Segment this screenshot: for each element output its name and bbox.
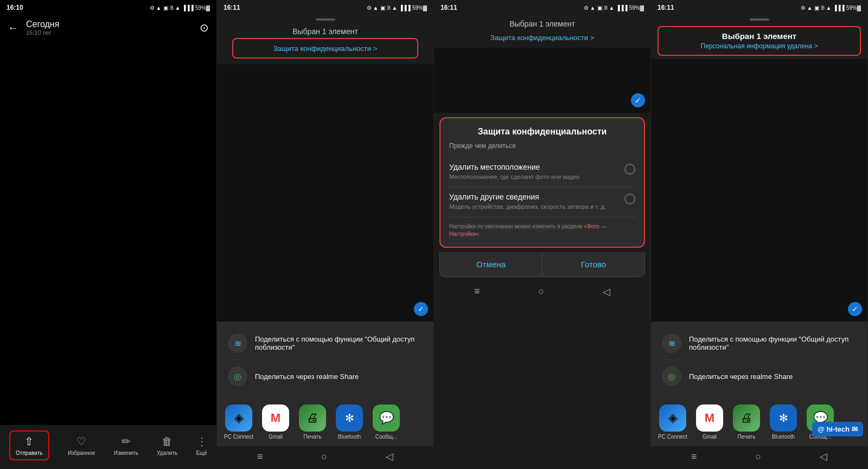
nav-home-2[interactable]: ○ (321, 451, 327, 462)
status-bar-3: 16:11 ⚙ ▲ ▣ 𝔹 ▲ ▐▐▐ 59%▓ (434, 0, 650, 15)
pencil-icon: ✏ (122, 435, 131, 448)
nav-menu-2[interactable]: ≡ (257, 451, 263, 462)
ok-button[interactable]: Готово (542, 252, 644, 277)
status-bar-4: 16:11 ⚙ ▲ ▣ 𝔹 ▲ ▐▐▐ 59%▓ (651, 0, 867, 15)
selected-box-4: Выбран 1 элемент Персональная информация… (658, 26, 861, 56)
nav-bar-3: ≡ ○ ◁ (434, 281, 650, 304)
selected-bold-4: Выбран 1 элемент (666, 31, 852, 41)
privacy-link-box-2[interactable]: Защита конфиденциальности > (232, 38, 418, 59)
battery-icon-2: 59%▓ (412, 5, 427, 11)
alert-icon: ▲ (156, 5, 162, 11)
settings-icon-3: ⚙ (584, 5, 589, 11)
wifi-icon: ▲ (175, 5, 181, 11)
app-bluetooth-2[interactable]: ✻ Bluetooth (333, 404, 366, 440)
selected-count-3: Выбран 1 элемент (443, 20, 642, 28)
favorites-button[interactable]: ♡ Избранное (68, 435, 95, 456)
app-pc-connect-2[interactable]: ◈ PC Connect (222, 404, 255, 440)
check-badge-2: ✓ (414, 302, 428, 316)
sim-icon-3: ▣ (597, 5, 602, 11)
location-radio[interactable] (624, 164, 635, 175)
more-label: Ещё (196, 450, 207, 456)
print-icon-2: 🖨 (299, 404, 326, 432)
app-bluetooth-4[interactable]: ✻ Bluetooth (767, 404, 800, 440)
page-title-1: Сегодня (26, 20, 59, 29)
alert-icon-2: ▲ (373, 5, 379, 11)
signal-icon-2: ▐▐▐ (399, 5, 410, 11)
status-time-3: 16:11 (441, 4, 457, 11)
nav-menu-3[interactable]: ≡ (474, 286, 480, 297)
bluetooth-icon-app-2: ✻ (336, 404, 363, 432)
dialog-button-row: Отмена Готово (439, 252, 645, 277)
gmail-label-4: Gmail (703, 434, 717, 440)
dialog-footer: Настройки по умолчанию можно изменить в … (449, 223, 635, 238)
location-option-title: Удалить местоположение (449, 163, 624, 171)
app-sms-2[interactable]: 💬 Сообщ... (370, 404, 403, 440)
app-gmail-4[interactable]: M Gmail (693, 404, 726, 440)
nav-back-4[interactable]: ◁ (820, 451, 827, 462)
privacy-link-2[interactable]: Защита конфиденциальности > (273, 44, 378, 53)
bt-icon-4: 𝔹 (821, 5, 825, 11)
more-button[interactable]: ⋮ Ещё (196, 435, 207, 456)
cancel-button[interactable]: Отмена (440, 252, 542, 277)
edit-button[interactable]: ✏ Изменить (114, 435, 138, 456)
check-badge-4: ✓ (848, 302, 862, 316)
app-print-4[interactable]: 🖨 Печать (730, 404, 763, 440)
status-bar-2: 16:11 ⚙ ▲ ▣ 𝔹 ▲ ▐▐▐ 59%▓ (217, 0, 433, 15)
status-bar-1: 16:10 ⚙ ▲ ▣ 𝔹 ▲ ▐▐▐ 59%▓ (0, 0, 216, 15)
gallery-thumb-3: ✓ (434, 48, 650, 113)
nav-bar-2: ≡ ○ ◁ (217, 446, 433, 469)
nearby-icon-2: ≋ (228, 333, 247, 353)
nav-home-3[interactable]: ○ (538, 286, 544, 297)
sms-icon-2: 💬 (373, 404, 400, 432)
send-button[interactable]: ⇧ Отправить (9, 431, 49, 460)
nav-menu-4[interactable]: ≡ (691, 451, 697, 462)
realme-icon-4: ◎ (662, 367, 681, 386)
share-options-2: ≋ Поделиться с помощью функции "Общий до… (217, 322, 433, 398)
bottom-bar-1: ⇧ Отправить ♡ Избранное ✏ Изменить 🗑 Уда… (0, 425, 216, 469)
more-icon: ⋮ (196, 435, 207, 448)
phone-panel-1: 16:10 ⚙ ▲ ▣ 𝔹 ▲ ▐▐▐ 59%▓ ← Сегодня 16:10… (0, 0, 217, 469)
realme-label-4: Поделиться через realme Share (689, 372, 793, 381)
settings-icon-4: ⚙ (801, 5, 806, 11)
signal-icon: ▐▐▐ (182, 5, 193, 11)
bluetooth-label-4: Bluetooth (772, 434, 795, 440)
pc-connect-label-4: PC Connect (658, 434, 687, 440)
settings-icon-2: ⚙ (367, 5, 372, 11)
app-print-2[interactable]: 🖨 Печать (296, 404, 329, 440)
other-info-radio[interactable] (624, 194, 635, 204)
signal-icon-4: ▐▐▐ (833, 5, 844, 11)
realme-share-4[interactable]: ◎ Поделиться через realme Share (651, 360, 867, 393)
battery-icon-4: 59%▓ (846, 5, 861, 11)
hitech-text: @ hi-tech (818, 425, 850, 433)
toolbar-1: ← Сегодня 16:10 лег ⊙ (0, 15, 216, 40)
nav-home-4[interactable]: ○ (755, 451, 761, 462)
nearby-share-4[interactable]: ≋ Поделиться с помощью функции "Общий до… (651, 327, 867, 360)
privacy-result-link-4[interactable]: Персональная информация удалена > (701, 42, 818, 50)
realme-share-2[interactable]: ◎ Поделиться через realme Share (217, 360, 433, 393)
other-info-desc: Модель устройства, диафрагма, скорость з… (449, 203, 624, 211)
phone-panel-4: 16:11 ⚙ ▲ ▣ 𝔹 ▲ ▐▐▐ 59%▓ Выбран 1 элемен… (651, 0, 868, 469)
app-pc-connect-4[interactable]: ◈ PC Connect (656, 404, 689, 440)
app-grid-2: ◈ PC Connect M Gmail 🖨 Печать ✻ Bluetoot… (217, 398, 433, 446)
page-subtitle-1: 16:10 лег (26, 29, 59, 36)
other-info-option[interactable]: Удалить другие сведения Модель устройств… (449, 187, 635, 217)
app-gmail-2[interactable]: M Gmail (259, 404, 292, 440)
privacy-dialog: Защита конфиденциальности Прежде чем дел… (439, 117, 645, 248)
status-icons-1: ⚙ ▲ ▣ 𝔹 ▲ ▐▐▐ 59%▓ (150, 5, 210, 11)
bluetooth-icon-app-4: ✻ (770, 404, 797, 432)
delete-button[interactable]: 🗑 Удалить (157, 435, 177, 456)
share-header-3: Выбран 1 элемент Защита конфиденциальнос… (434, 15, 650, 48)
status-time-4: 16:11 (658, 4, 674, 11)
drag-pill-2 (316, 18, 335, 21)
edit-label: Изменить (114, 450, 138, 456)
nearby-share-2[interactable]: ≋ Поделиться с помощью функции "Общий до… (217, 327, 433, 360)
hitech-icon: ✉ (852, 425, 858, 433)
print-label-2: Печать (304, 434, 322, 440)
nav-back-3[interactable]: ◁ (603, 286, 610, 298)
privacy-link-3[interactable]: Защита конфиденциальности > (490, 34, 595, 42)
viewfinder-icon[interactable]: ⊙ (200, 22, 209, 34)
nearby-icon-4: ≋ (662, 333, 681, 353)
back-button[interactable]: ← (8, 22, 18, 34)
location-option[interactable]: Удалить местоположение Местоположение, г… (449, 157, 635, 187)
nav-back-2[interactable]: ◁ (386, 451, 393, 462)
